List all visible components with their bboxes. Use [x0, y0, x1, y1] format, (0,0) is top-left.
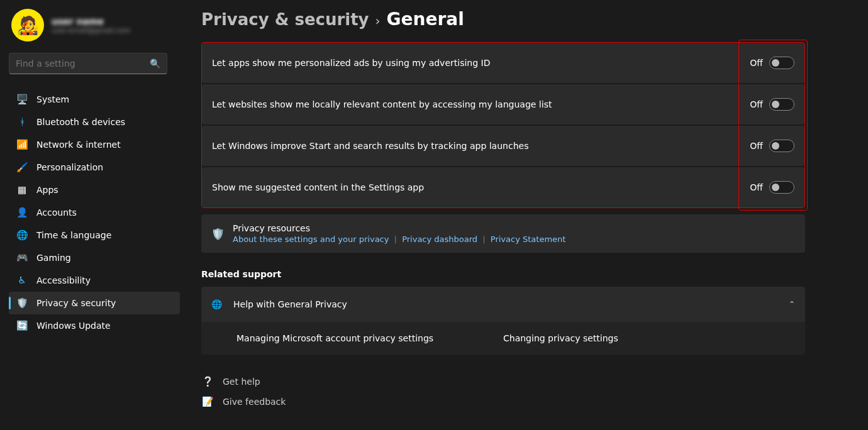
globe-icon: 🌐 — [16, 229, 28, 241]
sidebar-item-privacy[interactable]: 🛡️ Privacy & security — [9, 292, 180, 314]
sidebar-item-label: Windows Update — [36, 321, 111, 331]
feedback-icon: 📝 — [201, 396, 214, 407]
setting-label: Show me suggested content in the Setting… — [212, 182, 424, 192]
shield-icon: 🛡️ — [211, 228, 224, 240]
bluetooth-icon: ᚼ — [16, 116, 28, 128]
toggle-state-label: Off — [750, 58, 763, 68]
gamepad-icon: 🎮 — [16, 252, 28, 263]
person-icon: 👤 — [16, 207, 28, 218]
sidebar: 🧑‍🎤 user name user.email@gmail.com 🔍 🖥️ … — [0, 0, 189, 430]
give-feedback-link[interactable]: 📝 Give feedback — [201, 396, 805, 407]
search-box[interactable]: 🔍 — [9, 53, 167, 74]
avatar: 🧑‍🎤 — [11, 9, 44, 41]
profile-name: user name — [52, 16, 130, 26]
toggle-state-label: Off — [750, 182, 763, 192]
help-link-change-settings[interactable]: Changing privacy settings — [503, 333, 770, 343]
chevron-up-icon: ⌃ — [789, 300, 795, 309]
shield-icon: 🛡️ — [16, 297, 28, 309]
related-support-heading: Related support — [201, 269, 805, 279]
sidebar-item-bluetooth[interactable]: ᚼ Bluetooth & devices — [9, 111, 180, 133]
toggle-switch[interactable] — [769, 57, 794, 69]
sidebar-item-time[interactable]: 🌐 Time & language — [9, 224, 180, 246]
link-label: Give feedback — [223, 397, 286, 407]
toggle-switch[interactable] — [769, 181, 794, 194]
toggle-switch[interactable] — [769, 98, 794, 111]
toggle-switch[interactable] — [769, 140, 794, 152]
setting-label: Let Windows improve Start and search res… — [212, 141, 528, 151]
toggle-state-label: Off — [750, 141, 763, 151]
resources-links: About these settings and your privacy | … — [233, 234, 565, 244]
setting-label: Let websites show me locally relevant co… — [212, 99, 552, 109]
sidebar-item-label: Apps — [36, 185, 58, 195]
privacy-resources-row: 🛡️ Privacy resources About these setting… — [201, 214, 805, 253]
sidebar-item-accounts[interactable]: 👤 Accounts — [9, 201, 180, 224]
breadcrumb-parent[interactable]: Privacy & security — [201, 10, 369, 29]
accessibility-icon: ♿ — [16, 275, 28, 286]
sidebar-item-system[interactable]: 🖥️ System — [9, 88, 180, 111]
apps-icon: ▦ — [16, 184, 28, 196]
sidebar-item-update[interactable]: 🔄 Windows Update — [9, 314, 180, 337]
display-icon: 🖥️ — [16, 94, 28, 105]
update-icon: 🔄 — [16, 320, 28, 331]
setting-row-language-list[interactable]: Let websites show me locally relevant co… — [202, 84, 804, 124]
sidebar-item-personalization[interactable]: 🖌️ Personalization — [9, 156, 180, 179]
sidebar-item-label: Network & internet — [36, 140, 121, 150]
sidebar-item-label: Bluetooth & devices — [36, 117, 125, 127]
resources-title: Privacy resources — [233, 223, 565, 233]
help-link-manage-account[interactable]: Managing Microsoft account privacy setti… — [236, 333, 503, 343]
wifi-icon: 📶 — [16, 139, 28, 150]
footer-links: ❔ Get help 📝 Give feedback — [201, 376, 805, 407]
link-about-settings[interactable]: About these settings and your privacy — [233, 234, 389, 244]
profile-block[interactable]: 🧑‍🎤 user name user.email@gmail.com — [9, 9, 180, 41]
sidebar-nav: 🖥️ System ᚼ Bluetooth & devices 📶 Networ… — [9, 88, 180, 337]
breadcrumb: Privacy & security › General — [201, 9, 805, 30]
sidebar-item-label: Accounts — [36, 207, 77, 218]
link-privacy-dashboard[interactable]: Privacy dashboard — [402, 234, 477, 244]
page-title: General — [387, 9, 464, 30]
help-icon: ❔ — [201, 376, 214, 387]
get-help-link[interactable]: ❔ Get help — [201, 376, 805, 387]
main-content: Privacy & security › General Let apps sh… — [189, 0, 868, 430]
sidebar-item-label: Time & language — [36, 230, 111, 240]
help-expander[interactable]: 🌐 Help with General Privacy ⌃ — [201, 287, 805, 322]
sidebar-item-label: Privacy & security — [36, 298, 116, 308]
profile-email: user.email@gmail.com — [52, 26, 130, 35]
setting-row-advertising-id[interactable]: Let apps show me personalized ads by usi… — [202, 43, 804, 83]
toggle-state-label: Off — [750, 99, 763, 109]
sidebar-item-label: Gaming — [36, 253, 71, 263]
link-privacy-statement[interactable]: Privacy Statement — [491, 234, 566, 244]
sidebar-item-apps[interactable]: ▦ Apps — [9, 179, 180, 201]
sidebar-item-label: Accessibility — [36, 275, 91, 285]
brush-icon: 🖌️ — [16, 162, 28, 173]
expander-title: Help with General Privacy — [233, 299, 347, 309]
sidebar-item-network[interactable]: 📶 Network & internet — [9, 133, 180, 156]
setting-label: Let apps show me personalized ads by usi… — [212, 58, 490, 68]
search-input[interactable] — [16, 58, 150, 69]
setting-row-suggested-content[interactable]: Show me suggested content in the Setting… — [202, 167, 804, 207]
sidebar-item-gaming[interactable]: 🎮 Gaming — [9, 246, 180, 269]
setting-row-app-launch-tracking[interactable]: Let Windows improve Start and search res… — [202, 126, 804, 166]
sidebar-item-label: System — [36, 94, 69, 104]
chevron-right-icon: › — [376, 13, 381, 28]
sidebar-item-accessibility[interactable]: ♿ Accessibility — [9, 269, 180, 292]
sidebar-item-label: Personalization — [36, 162, 103, 172]
profile-text: user name user.email@gmail.com — [52, 16, 130, 35]
search-icon: 🔍 — [150, 58, 160, 69]
general-settings-group: Let apps show me personalized ads by usi… — [201, 42, 805, 208]
link-label: Get help — [223, 377, 260, 387]
globe-help-icon: 🌐 — [211, 299, 222, 309]
help-expander-body: Managing Microsoft account privacy setti… — [201, 322, 805, 355]
